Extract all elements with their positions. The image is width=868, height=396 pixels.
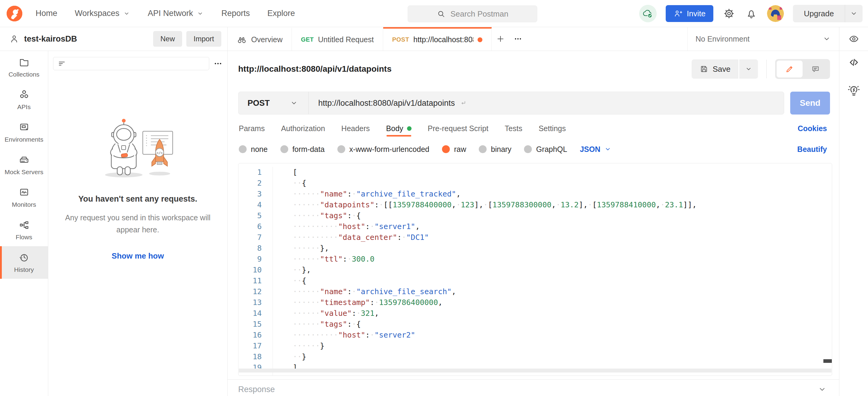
nav-item-label: Explore — [268, 9, 295, 18]
nav-item-api-network[interactable]: API Network — [148, 9, 204, 18]
sidebar-item-apis[interactable]: APIs — [0, 84, 48, 116]
postman-logo-icon[interactable] — [7, 6, 22, 22]
code-line: 10··}, — [239, 265, 832, 275]
postbot-bulb-button[interactable] — [847, 84, 861, 97]
request-tab-label: Authorization — [281, 124, 325, 133]
history-filter-row — [53, 57, 223, 70]
language-selector[interactable]: JSON — [580, 145, 612, 154]
request-tab-pre-request-script[interactable]: Pre-request Script — [428, 119, 489, 138]
search-input[interactable]: Search Postman — [408, 5, 537, 22]
new-tab-button[interactable] — [492, 27, 509, 51]
invite-button[interactable]: Invite — [666, 5, 713, 22]
sidebar-item-history[interactable]: History — [0, 246, 48, 279]
history-empty-state: </> You haven't s — [48, 109, 227, 261]
save-menu-button[interactable] — [739, 59, 758, 79]
code-line: 4······"datapoints":·[[1359788400000,·12… — [239, 199, 832, 210]
line-number: 12 — [239, 286, 273, 297]
nav-item-reports[interactable]: Reports — [221, 9, 250, 18]
tab-label: Untitled Request — [318, 35, 374, 44]
url-bar: POST http://localhost:8080/api/v1/datapo… — [238, 92, 784, 114]
sidebar-item-environments[interactable]: Environments — [0, 116, 48, 148]
request-tab-authorization[interactable]: Authorization — [281, 119, 325, 138]
tab-options-button[interactable] — [509, 27, 527, 51]
settings-button[interactable] — [722, 7, 736, 20]
code-text: ··}, — [273, 265, 311, 275]
code-snippet-button[interactable] — [847, 56, 861, 69]
new-button[interactable]: New — [153, 31, 182, 47]
chevron-down-icon — [604, 145, 612, 153]
nav-item-explore[interactable]: Explore — [268, 9, 295, 18]
sidebar-item-collections[interactable]: Collections — [0, 51, 48, 84]
request-tab-body[interactable]: Body — [386, 119, 411, 138]
history-options-button[interactable] — [213, 59, 223, 69]
cookies-link[interactable]: Cookies — [798, 124, 827, 133]
beautify-link[interactable]: Beautify — [797, 145, 827, 154]
line-number: 13 — [239, 297, 273, 308]
person-plus-icon — [674, 9, 683, 18]
chevron-down-icon — [849, 9, 858, 18]
code-text: ······"name":·"archive_file_tracked", — [273, 189, 461, 199]
sidebar-item-label: Flows — [16, 234, 32, 241]
environment-selector[interactable]: No Environment — [687, 27, 839, 51]
sidebar-item-monitors[interactable]: Monitors — [0, 181, 48, 214]
save-button[interactable]: Save — [692, 59, 738, 79]
sync-status-button[interactable] — [639, 5, 657, 22]
body-mode-x-www-form-urlencoded[interactable]: x-www-form-urlencoded — [337, 145, 429, 154]
edit-mode-button[interactable] — [777, 61, 803, 77]
code-text: ··········"data_center":·"DC1" — [273, 232, 429, 243]
comments-button[interactable] — [803, 61, 829, 77]
code-text: ······"tags":·{ — [273, 210, 361, 221]
sidebar-item-flows[interactable]: Flows — [0, 214, 48, 246]
body-filled-dot — [407, 126, 411, 131]
sidebar-rail: CollectionsAPIsEnvironmentsMock ServersM… — [0, 51, 48, 396]
avatar[interactable] — [767, 5, 784, 22]
request-tab-label: Headers — [341, 124, 370, 133]
request-tab-tests[interactable]: Tests — [505, 119, 522, 138]
environment-quick-look-button[interactable] — [839, 27, 868, 51]
env-icon — [19, 122, 30, 133]
body-mode-form-data[interactable]: form-data — [280, 145, 325, 154]
empty-state-title: You haven't sent any requests. — [63, 194, 213, 204]
sidebar-item-mock-servers[interactable]: Mock Servers — [0, 148, 48, 181]
line-number: 7 — [239, 232, 273, 243]
body-editor[interactable]: 1[2··{3······"name":·"archive_file_track… — [238, 163, 832, 376]
empty-state-description: Any request you send in this workspace w… — [63, 211, 213, 236]
code-line: 13······"timestamp":·1359786400000, — [239, 297, 832, 308]
code-text — [273, 373, 293, 376]
tab-get-request[interactable]: GETUntitled Request — [292, 27, 383, 51]
request-tab-settings[interactable]: Settings — [538, 119, 566, 138]
request-tab-label: Body — [386, 124, 403, 133]
request-title: http://localhost:8080/api/v1/datapoints — [238, 64, 392, 74]
tab-label: http://localhost:8080/ — [413, 35, 473, 44]
upgrade-menu-button[interactable] — [845, 5, 863, 22]
nav-item-home[interactable]: Home — [36, 9, 57, 18]
body-mode-graphql[interactable]: GraphQL — [524, 145, 567, 154]
divider — [766, 60, 767, 78]
tab-post-request[interactable]: POSThttp://localhost:8080/ — [383, 27, 492, 51]
editor-hscrollbar-track[interactable] — [239, 369, 832, 372]
nav-item-workspaces[interactable]: Workspaces — [75, 9, 130, 18]
send-button[interactable]: Send — [790, 92, 830, 114]
workspace-name[interactable]: test-kairosDB — [24, 34, 77, 44]
request-tab-headers[interactable]: Headers — [341, 119, 370, 138]
request-tab-params[interactable]: Params — [239, 119, 265, 138]
postman-app: HomeWorkspacesAPI NetworkReportsExplore … — [0, 0, 868, 396]
editor-scrollbar-thumb[interactable] — [824, 359, 832, 363]
show-me-how-link[interactable]: Show me how — [63, 251, 213, 261]
url-input[interactable]: http://localhost:8080/api/v1/datapoints — [309, 99, 467, 108]
notifications-button[interactable] — [745, 7, 758, 20]
plus-icon — [496, 34, 505, 44]
body-mode-binary[interactable]: binary — [479, 145, 512, 154]
import-button[interactable]: Import — [186, 31, 221, 47]
apis-icon — [19, 89, 30, 100]
body-mode-raw[interactable]: raw — [442, 145, 466, 154]
request-tabs: ParamsAuthorizationHeadersBodyPre-reques… — [228, 119, 839, 138]
code-line: 5······"tags":·{ — [239, 210, 832, 221]
tab-overview[interactable]: Overview — [228, 27, 292, 51]
upgrade-button[interactable]: Upgrade — [793, 5, 845, 22]
body-mode-none[interactable]: none — [239, 145, 268, 154]
method-selector[interactable]: POST — [239, 99, 308, 108]
body-mode-label: none — [251, 145, 268, 154]
history-filter-input[interactable] — [53, 57, 209, 70]
response-section-header[interactable]: Response — [228, 380, 839, 394]
